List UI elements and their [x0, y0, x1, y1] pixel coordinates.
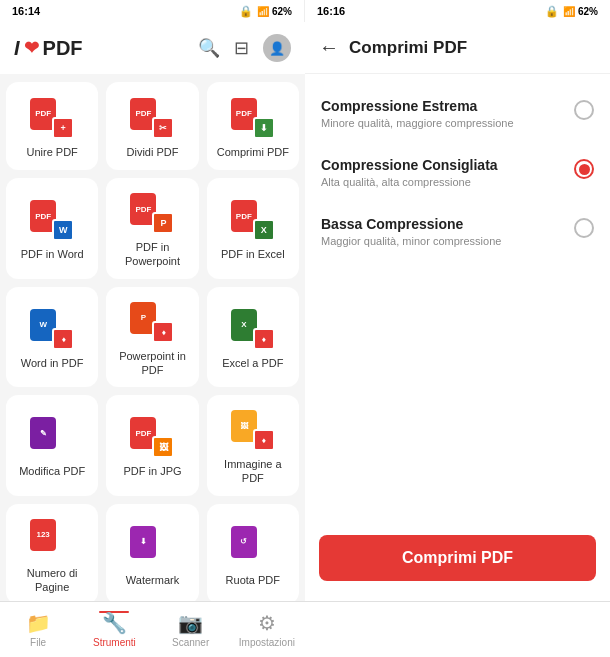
numero-di-pagine-icon: 123	[30, 516, 74, 560]
right-lock-icon: 🔒	[545, 5, 559, 18]
tools-grid: PDF+Unire PDFPDF✂Dividi PDFPDF⬇Comprimi …	[0, 74, 305, 601]
grid-item-word-in-pdf[interactable]: W⬧Word in PDF	[6, 287, 98, 388]
back-button[interactable]: ←	[319, 36, 339, 59]
left-lock-icon: 🔒	[239, 5, 253, 18]
dividi-pdf-label: Dividi PDF	[127, 145, 179, 159]
option-estrema[interactable]: Compressione Estrema Minore qualità, mag…	[305, 84, 610, 143]
right-signal: 📶 62%	[563, 6, 598, 17]
immagine-a-pdf-icon: 🖼⬧	[231, 407, 275, 451]
tools-icon: 🔧	[102, 611, 127, 635]
radio-bassa[interactable]	[574, 218, 594, 238]
grid-item-numero-di-pagine[interactable]: 123Numero di Pagine	[6, 504, 98, 601]
grid-item-modifica-pdf[interactable]: ✎Modifica PDF	[6, 395, 98, 496]
left-time: 16:14	[12, 5, 40, 17]
nav-scanner-label: Scanner	[172, 637, 209, 648]
unire-pdf-label: Unire PDF	[26, 145, 77, 159]
immagine-a-pdf-label: Immagine a PDF	[213, 457, 293, 486]
grid-item-pdf-in-powerpoint[interactable]: PDFPPDF in Powerpoint	[106, 178, 198, 279]
app-logo: I ❤ PDF	[14, 37, 83, 60]
compress-button[interactable]: Comprimi PDF	[319, 535, 596, 581]
grid-item-pdf-in-word[interactable]: PDFWPDF in Word	[6, 178, 98, 279]
dividi-pdf-icon: PDF✂	[130, 95, 174, 139]
pdf-in-word-label: PDF in Word	[21, 247, 84, 261]
radio-estrema[interactable]	[574, 100, 594, 120]
option-consigliata-title: Compressione Consigliata	[321, 157, 564, 173]
powerpoint-in-pdf-icon: P⬧	[130, 299, 174, 343]
word-in-pdf-icon: W⬧	[30, 306, 74, 350]
option-bassa-subtitle: Maggior qualità, minor compressione	[321, 235, 564, 247]
pdf-in-powerpoint-icon: PDFP	[130, 190, 174, 234]
settings-icon: ⚙	[258, 611, 276, 635]
nav-strumenti-label: Strumenti	[93, 637, 136, 648]
grid-item-powerpoint-in-pdf[interactable]: P⬧Powerpoint in PDF	[106, 287, 198, 388]
right-header: ← Comprimi PDF	[305, 22, 610, 74]
excel-a-pdf-icon: X⬧	[231, 306, 275, 350]
nav-strumenti[interactable]: 🔧 Strumenti	[76, 602, 152, 657]
right-bottom-placeholder	[305, 601, 610, 657]
file-icon: 📁	[26, 611, 51, 635]
left-signal: 📶 62%	[257, 6, 292, 17]
modifica-pdf-label: Modifica PDF	[19, 464, 85, 478]
right-time: 16:16	[317, 5, 345, 17]
grid-item-unire-pdf[interactable]: PDF+Unire PDF	[6, 82, 98, 170]
search-icon[interactable]: 🔍	[198, 37, 220, 59]
compression-options: Compressione Estrema Minore qualità, mag…	[305, 74, 610, 521]
bottom-nav: 📁 File 🔧 Strumenti 📷 Scanner ⚙ Impostazi…	[0, 601, 305, 657]
left-header: I ❤ PDF 🔍 ⊟ 👤	[0, 22, 305, 74]
nav-scanner[interactable]: 📷 Scanner	[153, 602, 229, 657]
scanner-icon: 📷	[178, 611, 203, 635]
pdf-in-jpg-icon: PDF🖼	[130, 414, 174, 458]
grid-item-watermark[interactable]: ⬇Watermark	[106, 504, 198, 601]
pdf-in-powerpoint-label: PDF in Powerpoint	[112, 240, 192, 269]
comprimi-pdf-icon: PDF⬇	[231, 95, 275, 139]
pdf-in-excel-icon: PDFX	[231, 197, 275, 241]
option-bassa[interactable]: Bassa Compressione Maggior qualità, mino…	[305, 202, 610, 261]
numero-di-pagine-label: Numero di Pagine	[12, 566, 92, 595]
avatar[interactable]: 👤	[263, 34, 291, 62]
grid-item-comprimi-pdf[interactable]: PDF⬇Comprimi PDF	[207, 82, 299, 170]
pdf-in-excel-label: PDF in Excel	[221, 247, 285, 261]
radio-consigliata-inner	[579, 164, 590, 175]
option-estrema-title: Compressione Estrema	[321, 98, 564, 114]
modifica-pdf-icon: ✎	[30, 414, 74, 458]
grid-item-dividi-pdf[interactable]: PDF✂Dividi PDF	[106, 82, 198, 170]
word-in-pdf-label: Word in PDF	[21, 356, 84, 370]
nav-settings-label: Impostazioni	[239, 637, 295, 648]
nav-file-label: File	[30, 637, 46, 648]
option-bassa-title: Bassa Compressione	[321, 216, 564, 232]
ruota-pdf-label: Ruota PDF	[226, 573, 280, 587]
grid-item-excel-a-pdf[interactable]: X⬧Excel a PDF	[207, 287, 299, 388]
nav-impostazioni[interactable]: ⚙ Impostazioni	[229, 602, 305, 657]
watermark-label: Watermark	[126, 573, 179, 587]
grid-item-pdf-in-excel[interactable]: PDFXPDF in Excel	[207, 178, 299, 279]
grid-item-immagine-a-pdf[interactable]: 🖼⬧Immagine a PDF	[207, 395, 299, 496]
ruota-pdf-icon: ↺	[231, 523, 275, 567]
right-panel-title: Comprimi PDF	[349, 38, 467, 58]
unire-pdf-icon: PDF+	[30, 95, 74, 139]
option-estrema-subtitle: Minore qualità, maggiore compressione	[321, 117, 564, 129]
powerpoint-in-pdf-label: Powerpoint in PDF	[112, 349, 192, 378]
option-consigliata[interactable]: Compressione Consigliata Alta qualità, a…	[305, 143, 610, 202]
pdf-in-jpg-label: PDF in JPG	[123, 464, 181, 478]
watermark-icon: ⬇	[130, 523, 174, 567]
pdf-in-word-icon: PDFW	[30, 197, 74, 241]
radio-consigliata[interactable]	[574, 159, 594, 179]
nav-file[interactable]: 📁 File	[0, 602, 76, 657]
layers-icon[interactable]: ⊟	[234, 37, 249, 59]
comprimi-pdf-label: Comprimi PDF	[217, 145, 289, 159]
option-consigliata-subtitle: Alta qualità, alta compressione	[321, 176, 564, 188]
grid-item-pdf-in-jpg[interactable]: PDF🖼PDF in JPG	[106, 395, 198, 496]
excel-a-pdf-label: Excel a PDF	[222, 356, 283, 370]
right-footer: Comprimi PDF	[305, 521, 610, 601]
grid-item-ruota-pdf[interactable]: ↺Ruota PDF	[207, 504, 299, 601]
